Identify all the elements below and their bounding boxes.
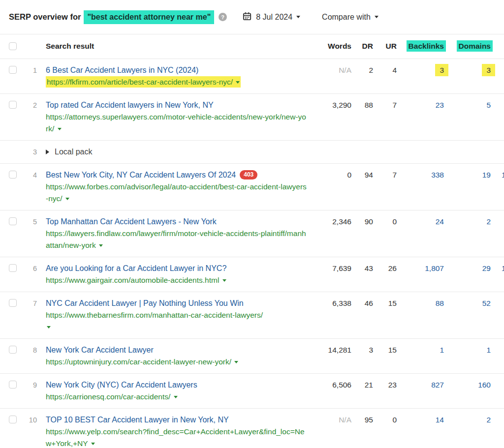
row-checkbox[interactable] [9,171,17,179]
backlinks-value[interactable]: 827 [431,381,444,389]
result-title-link[interactable]: 6 Best Car Accident Lawyers in NYC (2024… [46,66,198,74]
result-title-link[interactable]: Top rated Car Accident lawyers in New Yo… [46,101,214,109]
result-title-link[interactable]: TOP 10 BEST Car Accident Lawyer in New Y… [46,416,229,424]
words-value: 0 [307,169,351,181]
serp-row-local-pack: 3Local pack [0,141,504,164]
row-checkbox[interactable] [9,217,17,225]
domains-value[interactable]: 5 [486,101,491,109]
domains-value[interactable]: 2 [486,416,491,424]
select-all-checkbox[interactable] [9,42,17,50]
domains-value[interactable]: 160 [478,381,491,389]
domains-value[interactable]: 2 [486,217,491,226]
serp-result-row: 9New York City (NYC) Car Accident Lawyer… [0,374,504,409]
row-checkbox[interactable] [9,299,17,307]
domains-cell: 19 [444,169,491,181]
row-number: 6 [17,263,37,274]
domains-cell: 3 [444,64,491,76]
result-title-line: NYC Car Accident Lawyer | Pay Nothing Un… [46,298,307,309]
clipped-next-column-value: 1 [502,169,504,181]
url-dropdown-caret[interactable] [236,81,240,84]
checkbox-cell [9,146,17,148]
url-dropdown-caret[interactable] [47,326,51,329]
result-title-link[interactable]: NYC Car Accident Lawyer | Pay Nothing Un… [46,299,244,307]
backlinks-value[interactable]: 14 [436,416,444,424]
result-content: Are you Looking for a Car Accident Lawye… [37,263,307,286]
url-dropdown-caret[interactable] [65,198,69,200]
backlinks-value[interactable]: 23 [436,101,444,109]
checkbox-cell [9,263,17,274]
result-title-link[interactable]: Best New York City, NY Car Accident Lawy… [46,171,236,179]
ur-value: 23 [373,379,397,391]
result-url-line: https://carrionesq.com/car-accidents/ [46,391,307,403]
ur-value: 7 [373,99,397,111]
backlinks-cell: 827 [397,379,444,391]
date-picker[interactable]: 8 Jul 2024 [243,12,300,23]
dr-value: 21 [351,379,373,391]
row-number: 7 [17,298,37,309]
backlinks-value[interactable]: 1 [440,346,444,354]
result-url-text: https://www.yelp.com/search?find_desc=Ca… [46,427,305,448]
url-dropdown-caret[interactable] [58,128,62,130]
result-content: Top Manhattan Car Accident Lawyers - New… [37,216,307,251]
domains-value[interactable]: 19 [482,171,491,179]
row-number: 8 [17,344,37,356]
row-checkbox[interactable] [9,346,17,354]
domains-value[interactable]: 29 [482,264,491,272]
column-header-domains: Domains [457,40,493,52]
domains-value[interactable]: 1 [486,346,491,354]
compare-with-dropdown[interactable]: Compare with [322,13,378,22]
result-content: Top rated Car Accident lawyers in New Yo… [37,99,307,135]
domains-cell: 160 [444,379,491,391]
row-number: 3 [17,146,37,158]
checkbox-cell [9,169,17,180]
row-number: 10 [17,414,37,426]
result-title-line: TOP 10 BEST Car Accident Lawyer in New Y… [46,414,307,426]
result-url-text: https://lawyers.findlaw.com/lawyer/firm/… [46,229,306,249]
result-url-text: https://carrionesq.com/car-accidents/ [46,392,170,401]
help-icon[interactable]: ? [219,13,227,21]
expand-triangle-icon [46,149,49,154]
result-title-line: New York City (NYC) Car Accident Lawyers [46,379,307,391]
serp-overview-page: SERP overview for "best accident attorne… [0,0,504,448]
words-value: N/A [307,414,351,426]
url-dropdown-caret[interactable] [222,279,226,282]
backlinks-value[interactable]: 338 [431,171,444,179]
domains-value[interactable]: 3 [482,64,495,76]
url-dropdown-caret[interactable] [99,244,103,247]
url-dropdown-caret[interactable] [174,396,178,398]
row-checkbox[interactable] [9,264,17,272]
url-dropdown-caret[interactable] [234,361,238,363]
row-checkbox[interactable] [9,416,17,423]
result-url-text: https://www.thebarnesfirm.com/manhattan-… [46,311,263,319]
result-title-link[interactable]: Are you Looking for a Car Accident Lawye… [46,264,226,272]
domains-value[interactable]: 52 [482,299,491,307]
ur-value: 26 [373,263,397,274]
backlinks-cell: 1 [397,344,444,356]
words-value: 7,639 [307,263,351,274]
words-value: 2,346 [307,216,351,228]
keyword-highlight: "best accident attorney near me" [84,10,214,24]
row-number: 9 [17,379,37,391]
row-checkbox[interactable] [9,66,17,74]
words-value: 6,338 [307,298,351,309]
row-checkbox[interactable] [9,381,17,388]
backlinks-value[interactable]: 88 [436,299,444,307]
result-content: New York Car Accident Lawyerhttps://upto… [37,344,307,368]
result-title-line: Top rated Car Accident lawyers in New Yo… [46,99,307,111]
chevron-down-icon [375,16,378,18]
result-title-link[interactable]: New York Car Accident Lawyer [46,346,154,354]
words-value: N/A [307,64,351,76]
result-url-text: https://attorneys.superlawyers.com/motor… [46,113,306,133]
url-dropdown-caret[interactable] [91,443,95,445]
column-header-backlinks-cell: Backlinks [397,41,444,52]
row-checkbox[interactable] [9,101,17,109]
backlinks-value[interactable]: 1,807 [425,264,444,272]
local-pack-toggle[interactable]: Local pack [46,146,93,158]
result-title-link[interactable]: New York City (NYC) Car Accident Lawyers [46,381,197,389]
ur-value: 0 [373,216,397,228]
result-url: https://www.gairgair.com/automobile-acci… [46,276,226,284]
result-title-link[interactable]: Top Manhattan Car Accident Lawyers - New… [46,217,217,226]
serp-result-row: 16 Best Car Accident Lawyers in NYC (202… [0,59,504,94]
calendar-icon [243,12,252,23]
backlinks-value[interactable]: 24 [436,217,444,226]
